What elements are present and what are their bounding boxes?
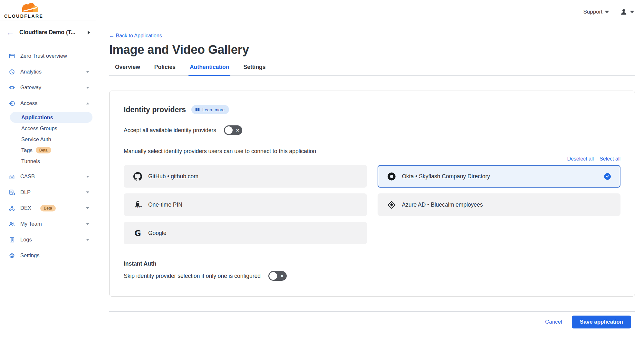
provider-name: One-time PIN xyxy=(148,201,182,208)
accept-all-toggle[interactable]: ✕ xyxy=(224,125,242,135)
provider-name: Okta • Skyflash Company Directory xyxy=(402,173,490,180)
sidebar-item-label: Settings xyxy=(20,252,40,259)
identity-providers-card: Identity providers Learn more Accept all… xyxy=(109,91,635,297)
support-menu[interactable]: Support xyxy=(583,9,609,15)
learn-more-label: Learn more xyxy=(202,107,225,112)
casb-box-icon xyxy=(9,173,15,180)
sub-item-label: Tags xyxy=(21,147,33,153)
sidebar-item-tunnels[interactable]: Tunnels xyxy=(10,156,92,167)
main-content: ← Back to Applications Image and Video G… xyxy=(96,21,644,342)
gateway-icon xyxy=(9,84,15,91)
sub-item-label: Tunnels xyxy=(21,158,40,164)
account-name[interactable]: Cloudflare Demo (T... xyxy=(19,29,82,36)
sidebar-item-label: Access xyxy=(20,100,37,106)
beta-badge: Beta xyxy=(36,147,51,153)
toggle-off-x-icon: ✕ xyxy=(280,274,284,278)
dlp-document-lock-icon xyxy=(9,189,15,196)
top-bar: CLOUDFLARE Support xyxy=(0,0,644,21)
sidebar-item-tags[interactable]: Tags Beta xyxy=(10,145,92,156)
back-to-applications-link[interactable]: ← Back to Applications xyxy=(109,33,162,39)
selected-check-icon xyxy=(604,173,611,180)
sidebar-item-my-team[interactable]: My Team xyxy=(0,216,96,232)
provider-grid: GitHub • github.com Okta • Skyflash Comp… xyxy=(124,165,620,244)
sidebar-nav: Zero Trust overview Analytics Gateway xyxy=(0,44,96,263)
provider-tile-github[interactable]: GitHub • github.com xyxy=(124,165,367,188)
chevron-up-icon xyxy=(86,103,89,104)
sidebar-item-label: Zero Trust overview xyxy=(20,53,67,59)
chevron-down-icon xyxy=(86,223,89,225)
sidebar-item-dlp[interactable]: DLP xyxy=(0,184,96,200)
sidebar-item-label: CASB xyxy=(20,173,35,180)
sidebar-item-gateway[interactable]: Gateway xyxy=(0,80,96,95)
svg-text:****: **** xyxy=(135,205,142,209)
gear-icon xyxy=(9,252,15,259)
sub-item-label: Applications xyxy=(21,114,53,121)
instant-auth-heading: Instant Auth xyxy=(124,260,620,267)
overview-window-icon xyxy=(9,53,15,59)
sidebar-item-casb[interactable]: CASB xyxy=(0,169,96,184)
sub-item-label: Access Groups xyxy=(21,125,57,132)
sidebar-account-header: ← Cloudflare Demo (T... xyxy=(0,21,96,44)
sidebar-item-label: DLP xyxy=(20,189,31,195)
deselect-all-link[interactable]: Deselect all xyxy=(567,156,594,162)
sidebar-item-label: My Team xyxy=(20,221,42,227)
cloudflare-cloud-icon xyxy=(18,2,42,14)
cloudflare-logo[interactable]: CLOUDFLARE xyxy=(4,2,43,18)
sidebar-item-settings[interactable]: Settings xyxy=(0,248,96,263)
sidebar-item-zero-trust-overview[interactable]: Zero Trust overview xyxy=(0,48,96,64)
azure-ad-icon xyxy=(387,200,396,209)
chevron-right-icon[interactable] xyxy=(88,31,90,34)
github-icon xyxy=(133,172,142,181)
logs-list-icon xyxy=(9,237,15,243)
tab-overview[interactable]: Overview xyxy=(115,64,140,75)
cancel-button[interactable]: Cancel xyxy=(545,319,562,325)
toggle-off-x-icon: ✕ xyxy=(236,128,239,133)
sidebar-item-label: DEX xyxy=(20,205,31,211)
instant-auth-toggle[interactable]: ✕ xyxy=(268,271,287,281)
user-icon xyxy=(620,8,627,15)
card-title: Identity providers xyxy=(124,105,186,114)
tab-settings[interactable]: Settings xyxy=(243,64,265,75)
dex-network-icon xyxy=(9,205,15,211)
analytics-pie-icon xyxy=(9,69,15,75)
chevron-down-icon xyxy=(86,87,89,89)
sidebar: ← Cloudflare Demo (T... Zero Trust overv… xyxy=(0,21,96,342)
provider-tile-google[interactable]: G Google xyxy=(124,222,367,244)
page-title: Image and Video Gallery xyxy=(109,43,635,57)
skip-toggle-label: Skip identity provider selection if only… xyxy=(124,273,261,279)
chevron-down-icon xyxy=(86,207,89,209)
sidebar-item-label: Gateway xyxy=(20,84,41,91)
sidebar-item-service-auth[interactable]: Service Auth xyxy=(10,134,92,145)
user-account-menu[interactable] xyxy=(620,8,634,15)
provider-tile-azure-ad[interactable]: Azure AD • Bluecalm employees xyxy=(378,193,621,216)
toggle-knob xyxy=(269,272,277,280)
provider-name: Azure AD • Bluecalm employees xyxy=(402,201,483,208)
sidebar-item-dex[interactable]: DEX Beta xyxy=(0,200,96,216)
tab-authentication[interactable]: Authentication xyxy=(190,64,229,75)
provider-tile-okta[interactable]: Okta • Skyflash Company Directory xyxy=(378,165,621,188)
learn-more-badge[interactable]: Learn more xyxy=(191,105,229,114)
manual-select-description: Manually select identity providers users… xyxy=(124,148,620,155)
google-icon: G xyxy=(133,229,142,238)
sidebar-item-logs[interactable]: Logs xyxy=(0,232,96,248)
sidebar-item-applications[interactable]: Applications xyxy=(10,112,92,123)
sidebar-item-access-groups[interactable]: Access Groups xyxy=(10,123,92,134)
sidebar-item-analytics[interactable]: Analytics xyxy=(0,64,96,80)
provider-name: GitHub • github.com xyxy=(148,173,198,180)
team-people-icon xyxy=(9,221,15,227)
footer-actions: Cancel Save application xyxy=(109,312,635,328)
sub-item-label: Service Auth xyxy=(21,136,51,142)
tab-bar: Overview Policies Authentication Setting… xyxy=(109,64,635,76)
tab-policies[interactable]: Policies xyxy=(154,64,176,75)
save-application-button[interactable]: Save application xyxy=(572,316,631,328)
select-all-link[interactable]: Select all xyxy=(600,156,620,162)
provider-tile-one-time-pin[interactable]: **** One-time PIN xyxy=(124,193,367,216)
beta-badge: Beta xyxy=(40,205,56,211)
provider-name: Google xyxy=(148,230,166,237)
access-icon xyxy=(9,100,15,107)
toggle-knob xyxy=(225,126,233,134)
one-time-pin-icon: **** xyxy=(133,200,142,209)
okta-icon xyxy=(387,172,396,181)
back-arrow-icon[interactable]: ← xyxy=(6,29,14,36)
sidebar-item-access[interactable]: Access xyxy=(0,95,96,111)
